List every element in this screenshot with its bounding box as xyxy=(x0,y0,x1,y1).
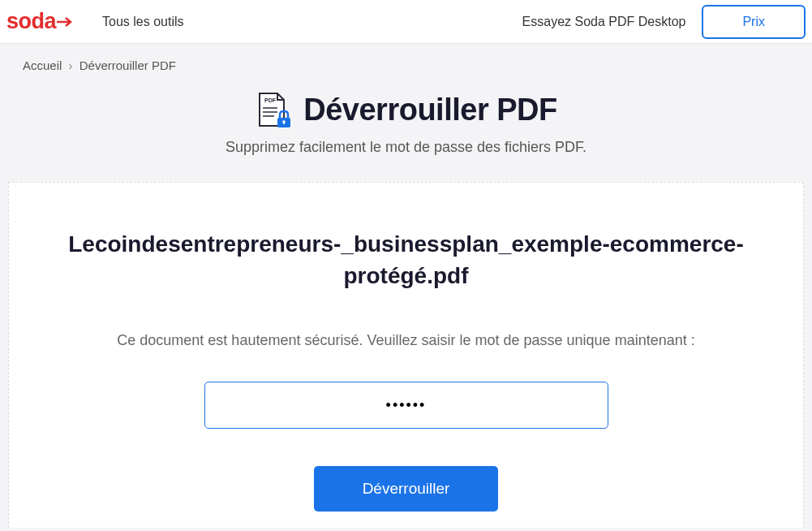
nav-desktop[interactable]: Essayez Soda PDF Desktop xyxy=(522,15,686,29)
breadcrumb-home[interactable]: Accueil xyxy=(23,58,62,72)
svg-text:PDF: PDF xyxy=(264,97,277,103)
file-name: Lecoindesentrepreneurs-_businessplan_exe… xyxy=(58,228,754,291)
breadcrumb: Accueil › Déverrouiller PDF xyxy=(0,44,812,72)
pdf-lock-icon: PDF xyxy=(255,90,292,129)
hero-title-row: PDF Déverrouiller PDF xyxy=(0,90,812,129)
logo-text: soda xyxy=(6,9,56,34)
hero: PDF Déverrouiller PDF Supprimez facileme… xyxy=(0,72,812,175)
password-input[interactable] xyxy=(204,382,608,429)
arrow-right-icon xyxy=(57,16,73,28)
unlock-card: Lecoindesentrepreneurs-_businessplan_exe… xyxy=(8,182,804,528)
price-button[interactable]: Prix xyxy=(702,5,806,39)
nav-tools[interactable]: Tous les outils xyxy=(102,15,184,29)
svg-rect-7 xyxy=(283,122,285,124)
page-subtitle: Supprimez facilement le mot de passe des… xyxy=(0,139,812,156)
header: soda Tous les outils Essayez Soda PDF De… xyxy=(0,0,812,44)
breadcrumb-current[interactable]: Déverrouiller PDF xyxy=(79,58,176,72)
logo[interactable]: soda xyxy=(6,9,73,34)
page-title: Déverrouiller PDF xyxy=(303,93,557,127)
password-prompt: Ce document est hautement sécurisé. Veui… xyxy=(58,332,754,349)
unlock-button[interactable]: Déverrouiller xyxy=(314,466,499,512)
chevron-right-icon: › xyxy=(69,58,73,72)
